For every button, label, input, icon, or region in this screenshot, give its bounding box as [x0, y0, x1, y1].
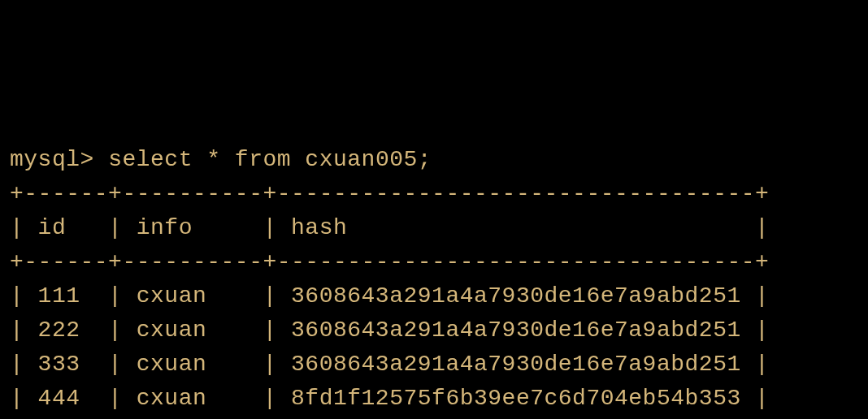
table-row: | 222 | cxuan | 3608643a291a4a7930de16e7…	[10, 317, 769, 343]
table-header: | id | info | hash |	[10, 215, 769, 240]
table-row: | 111 | cxuan | 3608643a291a4a7930de16e7…	[10, 283, 769, 309]
table-border-top: +------+----------+---------------------…	[10, 181, 769, 206]
mysql-prompt: mysql>	[10, 147, 108, 172]
table-row: | 444 | cxuan | 8fd1f12575f6b39ee7c6d704…	[10, 386, 769, 411]
mysql-terminal: mysql> select * from cxuan005; +------+-…	[10, 143, 858, 419]
sql-query: select * from cxuan005;	[108, 147, 432, 172]
table-border-mid: +------+----------+---------------------…	[10, 249, 769, 274]
table-row: | 333 | cxuan | 3608643a291a4a7930de16e7…	[10, 352, 769, 377]
